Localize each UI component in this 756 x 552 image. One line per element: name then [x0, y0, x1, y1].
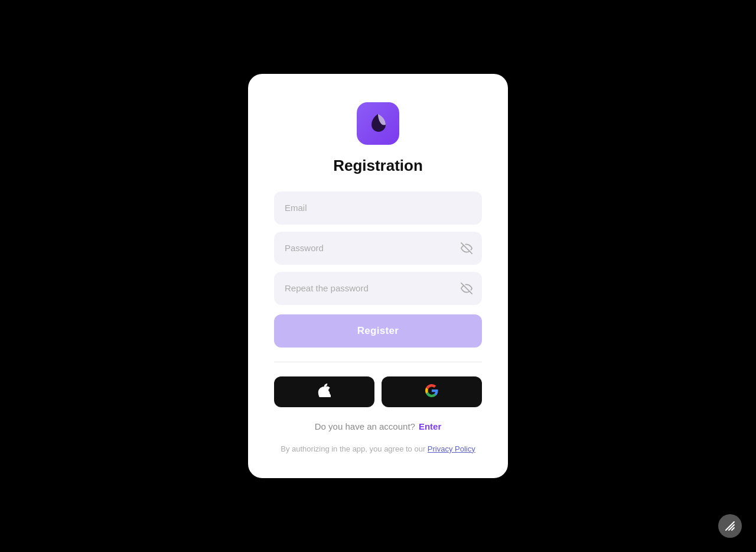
privacy-prefix: By authorizing in the app, you agree to …: [281, 444, 428, 453]
page-title: Registration: [333, 157, 423, 175]
registration-card: Registration Register: [248, 74, 508, 479]
divider: [274, 362, 482, 362]
privacy-notice: By authorizing in the app, you agree to …: [281, 443, 475, 455]
google-icon: [425, 384, 439, 400]
email-group: [274, 191, 482, 225]
password-input[interactable]: [274, 232, 482, 265]
app-logo: [357, 102, 399, 145]
privacy-policy-link[interactable]: Privacy Policy: [428, 444, 475, 453]
apple-icon: [318, 383, 331, 401]
enter-link[interactable]: Enter: [419, 421, 441, 431]
repeat-password-toggle-icon[interactable]: [461, 283, 472, 294]
resize-handle[interactable]: [718, 514, 742, 538]
password-group: [274, 232, 482, 265]
google-signin-button[interactable]: [382, 376, 482, 407]
social-buttons: [274, 376, 482, 407]
register-button[interactable]: Register: [274, 314, 482, 348]
email-input[interactable]: [274, 191, 482, 225]
account-prompt-row: Do you have an account? Enter: [315, 421, 441, 431]
logo-wrapper: [357, 102, 399, 145]
repeat-password-group: [274, 272, 482, 305]
apple-signin-button[interactable]: [274, 376, 374, 407]
repeat-password-input[interactable]: [274, 272, 482, 305]
account-prompt-text: Do you have an account?: [315, 421, 415, 431]
password-toggle-icon[interactable]: [461, 242, 472, 254]
